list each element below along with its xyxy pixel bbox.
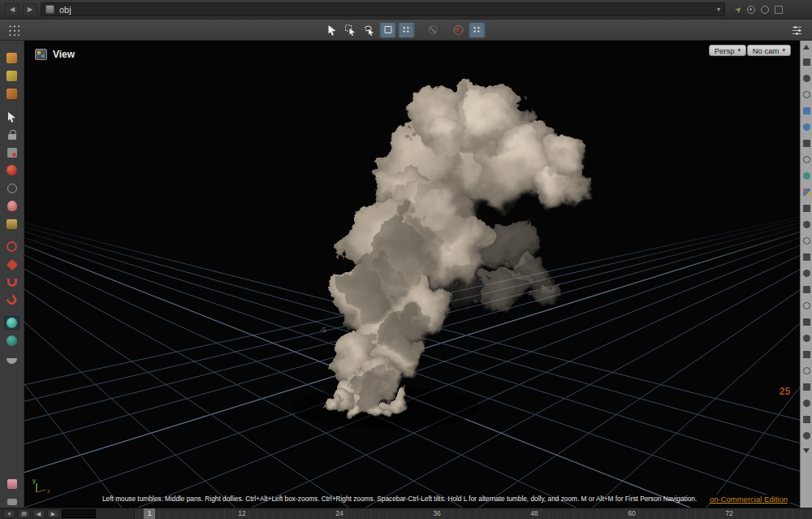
chevron-down-icon: ▾ xyxy=(737,47,741,54)
scroll-down-icon[interactable] xyxy=(803,448,810,453)
path-bar-tools: ➤ xyxy=(735,5,783,14)
path-display-icon[interactable] xyxy=(803,335,810,342)
color-scheme-icon[interactable] xyxy=(803,253,810,261)
frame-tick: 12 xyxy=(238,509,245,517)
point-numbers-icon[interactable] xyxy=(803,75,810,82)
wireframe-sphere-icon[interactable] xyxy=(4,181,19,195)
magnet-tool-icon[interactable] xyxy=(4,275,19,289)
shaded-mode-icon[interactable] xyxy=(803,123,810,131)
group-list-icon[interactable] xyxy=(803,416,810,423)
workspace-icon[interactable] xyxy=(775,6,783,14)
objects-tool-icon[interactable] xyxy=(4,51,19,65)
scroll-up-icon[interactable] xyxy=(803,45,810,50)
snap-options-icon[interactable] xyxy=(451,22,467,38)
play-reverse-icon[interactable]: ◀ xyxy=(32,509,45,518)
path-dropdown-icon[interactable]: ▾ xyxy=(717,6,720,13)
pyro-tool-icon[interactable] xyxy=(4,316,19,330)
bowl-collision-icon[interactable] xyxy=(4,352,19,365)
camera-select-label: No cam xyxy=(753,46,780,55)
pin-icon[interactable]: ➤ xyxy=(732,4,744,15)
camera-mask-icon[interactable] xyxy=(803,286,810,293)
lighting-icon[interactable] xyxy=(803,432,810,439)
secure-selection-lock-icon[interactable] xyxy=(4,128,19,141)
help-ring-icon[interactable] xyxy=(761,6,769,14)
wireframe-mode-icon[interactable] xyxy=(803,156,810,163)
grid-coordinate-label: 25 xyxy=(780,386,790,397)
left-toolbar xyxy=(0,41,24,508)
uv-overlay-icon[interactable] xyxy=(803,107,810,115)
radial-menu-icon[interactable] xyxy=(747,6,755,14)
camera-projection-button[interactable]: Persp ▾ xyxy=(709,45,746,56)
sprite-display-icon[interactable] xyxy=(803,221,810,228)
timeline-ruler[interactable]: 1 12 24 36 48 60 72 xyxy=(134,508,812,519)
grid-toggle-icon[interactable] xyxy=(803,383,810,391)
grid-handle-icon[interactable] xyxy=(7,24,19,36)
frame-tick: 24 xyxy=(335,509,343,517)
frame-field[interactable] xyxy=(62,509,96,518)
forward-icon[interactable]: ▶ xyxy=(23,3,37,16)
display-points-icon[interactable] xyxy=(803,58,810,66)
axis-y-label: y xyxy=(32,477,36,484)
smooth-shaded-icon[interactable] xyxy=(803,140,810,147)
rbd-tool-icon[interactable] xyxy=(4,145,19,159)
ocean-tool-icon[interactable] xyxy=(4,334,19,348)
context-path-text: obj xyxy=(59,5,71,15)
viewport-canvas xyxy=(24,41,800,508)
play-forward-icon[interactable]: ▶ xyxy=(47,509,59,518)
pane-tab-icon[interactable] xyxy=(35,49,47,60)
visualizer-icon[interactable] xyxy=(803,237,810,244)
particle-display-icon[interactable] xyxy=(803,205,810,212)
background-image-icon[interactable] xyxy=(803,270,810,277)
sphere-dynamics-icon[interactable] xyxy=(4,163,19,177)
hook-constraint-icon[interactable] xyxy=(4,257,19,271)
sculpt-tool-icon[interactable] xyxy=(4,495,19,508)
frame-tick: 60 xyxy=(628,509,635,517)
context-type-icon xyxy=(45,5,54,14)
grid-coordinate-label: -5 xyxy=(385,400,391,408)
path-bar: ◀ ▶ obj ▾ ➤ xyxy=(0,0,812,19)
grid-coordinate-label: -5 xyxy=(320,326,326,334)
muscle-tool-icon[interactable] xyxy=(4,217,19,231)
select-arrow-icon[interactable] xyxy=(324,22,340,38)
ghost-geometry-icon[interactable] xyxy=(803,172,810,179)
flipbook-icon[interactable] xyxy=(803,367,810,374)
whole-object-select-icon[interactable] xyxy=(399,22,415,38)
paint-tool-icon[interactable] xyxy=(4,477,19,491)
grid-snap-icon[interactable] xyxy=(469,22,486,38)
display-options-toolbar xyxy=(800,41,812,508)
display-options-icon[interactable] xyxy=(788,22,805,38)
viewport-help-text: Left mouse tumbles. Middle pans. Right d… xyxy=(102,495,800,503)
character-tool-icon[interactable] xyxy=(4,199,19,213)
locate-icon[interactable] xyxy=(425,22,441,38)
reference-plane-icon[interactable] xyxy=(803,400,810,407)
axis-x-label: x xyxy=(47,487,50,495)
normals-icon[interactable] xyxy=(803,91,810,98)
camera-projection-label: Persp xyxy=(715,46,735,55)
scene-viewport[interactable]: View Persp ▾ No cam ▾ -5 -5 25 y x Left … xyxy=(24,41,800,508)
safe-area-icon[interactable] xyxy=(803,318,810,326)
playbar-controls: ▾ ▤ ◀ ▶ xyxy=(0,508,134,519)
select-tools-group xyxy=(324,22,486,38)
houdini-window: ◀ ▶ obj ▾ ➤ xyxy=(0,0,812,519)
box-select-icon[interactable] xyxy=(343,22,359,38)
pane-title: View xyxy=(53,49,75,60)
attract-tool-icon[interactable] xyxy=(4,293,19,307)
select-tool-icon[interactable] xyxy=(4,110,19,123)
context-path-field[interactable]: obj ▾ xyxy=(41,2,725,16)
field-guide-icon[interactable] xyxy=(803,302,810,309)
snapshot-icon[interactable] xyxy=(803,351,810,358)
camera-select-button[interactable]: No cam ▾ xyxy=(747,45,791,56)
primitives-tool-icon[interactable] xyxy=(4,87,19,101)
back-icon[interactable]: ◀ xyxy=(5,3,19,16)
origin-axis-gizmo: y x xyxy=(30,477,54,495)
lasso-select-icon[interactable] xyxy=(361,22,378,38)
playbar: ▾ ▤ ◀ ▶ 1 12 24 36 48 60 72 xyxy=(0,508,812,519)
crowd-tool-icon[interactable] xyxy=(4,240,19,253)
geometry-tool-icon[interactable] xyxy=(4,69,19,83)
non-commercial-watermark[interactable]: on-Commercial Edition xyxy=(705,495,789,504)
timeline-menu-icon[interactable]: ▾ xyxy=(3,509,15,518)
pane-header: View xyxy=(35,49,75,60)
visible-select-icon[interactable] xyxy=(380,22,396,38)
keyframe-options-icon[interactable]: ▤ xyxy=(18,509,30,518)
template-geometry-icon[interactable] xyxy=(803,188,810,196)
